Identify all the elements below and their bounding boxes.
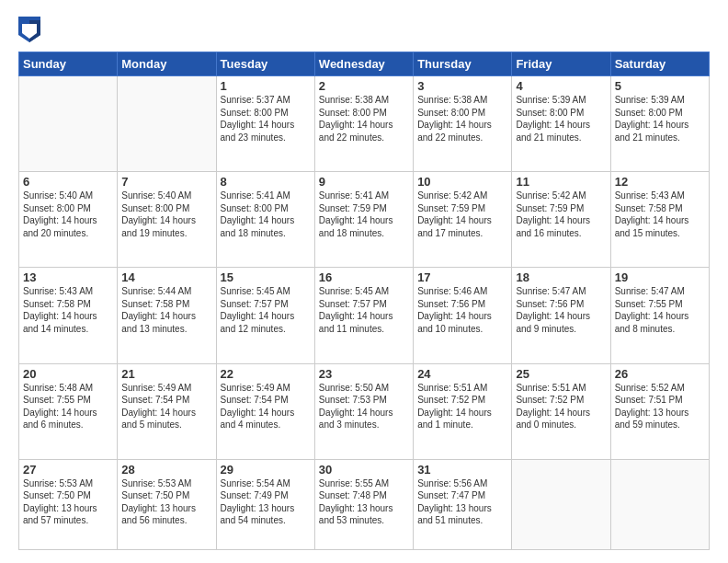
calendar-cell: 21Sunrise: 5:49 AM Sunset: 7:54 PM Dayli… <box>118 363 216 459</box>
weekday-header-monday: Monday <box>118 52 216 76</box>
calendar-week-row: 13Sunrise: 5:43 AM Sunset: 7:58 PM Dayli… <box>19 268 710 363</box>
logo <box>18 17 46 42</box>
day-number: 6 <box>23 175 113 189</box>
day-info: Sunrise: 5:44 AM Sunset: 7:58 PM Dayligh… <box>121 285 211 335</box>
weekday-header-saturday: Saturday <box>610 52 709 76</box>
day-number: 21 <box>121 367 211 381</box>
calendar-week-row: 1Sunrise: 5:37 AM Sunset: 8:00 PM Daylig… <box>19 76 710 172</box>
calendar-cell: 16Sunrise: 5:45 AM Sunset: 7:57 PM Dayli… <box>314 268 413 363</box>
calendar-cell: 23Sunrise: 5:50 AM Sunset: 7:53 PM Dayli… <box>314 363 413 459</box>
weekday-header-row: SundayMondayTuesdayWednesdayThursdayFrid… <box>19 52 710 76</box>
weekday-header-wednesday: Wednesday <box>314 52 413 76</box>
calendar-cell: 3Sunrise: 5:38 AM Sunset: 8:00 PM Daylig… <box>414 76 512 172</box>
day-info: Sunrise: 5:51 AM Sunset: 7:52 PM Dayligh… <box>417 382 507 431</box>
day-info: Sunrise: 5:47 AM Sunset: 7:55 PM Dayligh… <box>615 285 705 335</box>
calendar-cell: 28Sunrise: 5:53 AM Sunset: 7:50 PM Dayli… <box>118 459 216 549</box>
day-number: 27 <box>23 463 113 477</box>
calendar-cell: 14Sunrise: 5:44 AM Sunset: 7:58 PM Dayli… <box>118 268 216 363</box>
day-info: Sunrise: 5:50 AM Sunset: 7:53 PM Dayligh… <box>319 382 409 431</box>
calendar-cell: 18Sunrise: 5:47 AM Sunset: 7:56 PM Dayli… <box>512 268 610 363</box>
day-number: 1 <box>221 79 311 93</box>
day-number: 4 <box>516 79 606 93</box>
day-info: Sunrise: 5:41 AM Sunset: 8:00 PM Dayligh… <box>221 190 311 239</box>
calendar-week-row: 6Sunrise: 5:40 AM Sunset: 8:00 PM Daylig… <box>19 172 710 268</box>
day-info: Sunrise: 5:54 AM Sunset: 7:49 PM Dayligh… <box>221 477 311 527</box>
weekday-header-tuesday: Tuesday <box>216 52 314 76</box>
calendar-cell <box>512 459 610 549</box>
day-info: Sunrise: 5:40 AM Sunset: 8:00 PM Dayligh… <box>23 190 113 239</box>
day-number: 26 <box>615 367 705 381</box>
calendar-cell: 20Sunrise: 5:48 AM Sunset: 7:55 PM Dayli… <box>19 363 118 459</box>
day-info: Sunrise: 5:41 AM Sunset: 7:59 PM Dayligh… <box>319 190 409 239</box>
day-number: 3 <box>417 79 507 93</box>
day-info: Sunrise: 5:51 AM Sunset: 7:52 PM Dayligh… <box>516 382 606 431</box>
day-number: 23 <box>319 367 409 381</box>
calendar-cell <box>19 76 118 172</box>
day-info: Sunrise: 5:45 AM Sunset: 7:57 PM Dayligh… <box>319 285 409 335</box>
day-info: Sunrise: 5:46 AM Sunset: 7:56 PM Dayligh… <box>417 285 507 335</box>
day-number: 14 <box>121 270 211 284</box>
logo-icon <box>18 17 40 42</box>
calendar-cell: 1Sunrise: 5:37 AM Sunset: 8:00 PM Daylig… <box>216 76 314 172</box>
day-info: Sunrise: 5:49 AM Sunset: 7:54 PM Dayligh… <box>221 382 311 431</box>
header <box>18 17 710 42</box>
day-info: Sunrise: 5:49 AM Sunset: 7:54 PM Dayligh… <box>121 382 211 431</box>
calendar-cell: 27Sunrise: 5:53 AM Sunset: 7:50 PM Dayli… <box>19 459 118 549</box>
day-number: 11 <box>516 175 606 189</box>
page: SundayMondayTuesdayWednesdayThursdayFrid… <box>0 0 728 563</box>
calendar-cell: 8Sunrise: 5:41 AM Sunset: 8:00 PM Daylig… <box>216 172 314 268</box>
day-number: 30 <box>319 463 409 477</box>
day-number: 24 <box>417 367 507 381</box>
calendar-cell: 2Sunrise: 5:38 AM Sunset: 8:00 PM Daylig… <box>314 76 413 172</box>
calendar-cell: 13Sunrise: 5:43 AM Sunset: 7:58 PM Dayli… <box>19 268 118 363</box>
calendar-cell: 6Sunrise: 5:40 AM Sunset: 8:00 PM Daylig… <box>19 172 118 268</box>
day-info: Sunrise: 5:42 AM Sunset: 7:59 PM Dayligh… <box>417 190 507 239</box>
day-info: Sunrise: 5:42 AM Sunset: 7:59 PM Dayligh… <box>516 190 606 239</box>
day-number: 31 <box>417 463 507 477</box>
day-info: Sunrise: 5:56 AM Sunset: 7:47 PM Dayligh… <box>417 477 507 527</box>
weekday-header-thursday: Thursday <box>414 52 512 76</box>
calendar-cell: 11Sunrise: 5:42 AM Sunset: 7:59 PM Dayli… <box>512 172 610 268</box>
day-info: Sunrise: 5:52 AM Sunset: 7:51 PM Dayligh… <box>615 382 705 431</box>
day-number: 2 <box>319 79 409 93</box>
calendar-cell: 4Sunrise: 5:39 AM Sunset: 8:00 PM Daylig… <box>512 76 610 172</box>
day-number: 22 <box>221 367 311 381</box>
day-number: 13 <box>23 270 113 284</box>
day-number: 8 <box>221 175 311 189</box>
calendar-week-row: 20Sunrise: 5:48 AM Sunset: 7:55 PM Dayli… <box>19 363 710 459</box>
day-number: 10 <box>417 175 507 189</box>
day-info: Sunrise: 5:38 AM Sunset: 8:00 PM Dayligh… <box>417 94 507 144</box>
day-number: 7 <box>121 175 211 189</box>
day-number: 12 <box>615 175 705 189</box>
day-info: Sunrise: 5:37 AM Sunset: 8:00 PM Dayligh… <box>221 94 311 144</box>
calendar-cell: 24Sunrise: 5:51 AM Sunset: 7:52 PM Dayli… <box>414 363 512 459</box>
calendar-cell <box>610 459 709 549</box>
day-number: 18 <box>516 270 606 284</box>
day-number: 15 <box>221 270 311 284</box>
day-number: 28 <box>121 463 211 477</box>
day-info: Sunrise: 5:43 AM Sunset: 7:58 PM Dayligh… <box>23 285 113 335</box>
day-info: Sunrise: 5:48 AM Sunset: 7:55 PM Dayligh… <box>23 382 113 431</box>
day-info: Sunrise: 5:45 AM Sunset: 7:57 PM Dayligh… <box>221 285 311 335</box>
calendar-cell: 17Sunrise: 5:46 AM Sunset: 7:56 PM Dayli… <box>414 268 512 363</box>
day-info: Sunrise: 5:53 AM Sunset: 7:50 PM Dayligh… <box>121 477 211 527</box>
calendar-cell: 19Sunrise: 5:47 AM Sunset: 7:55 PM Dayli… <box>610 268 709 363</box>
day-info: Sunrise: 5:39 AM Sunset: 8:00 PM Dayligh… <box>516 94 606 144</box>
calendar-cell: 5Sunrise: 5:39 AM Sunset: 8:00 PM Daylig… <box>610 76 709 172</box>
calendar-cell: 31Sunrise: 5:56 AM Sunset: 7:47 PM Dayli… <box>414 459 512 549</box>
day-number: 25 <box>516 367 606 381</box>
day-info: Sunrise: 5:39 AM Sunset: 8:00 PM Dayligh… <box>615 94 705 144</box>
weekday-header-sunday: Sunday <box>19 52 118 76</box>
day-info: Sunrise: 5:43 AM Sunset: 7:58 PM Dayligh… <box>615 190 705 239</box>
calendar-cell <box>118 76 216 172</box>
calendar-cell: 26Sunrise: 5:52 AM Sunset: 7:51 PM Dayli… <box>610 363 709 459</box>
day-number: 9 <box>319 175 409 189</box>
calendar-table: SundayMondayTuesdayWednesdayThursdayFrid… <box>18 52 710 550</box>
calendar-cell: 12Sunrise: 5:43 AM Sunset: 7:58 PM Dayli… <box>610 172 709 268</box>
day-info: Sunrise: 5:47 AM Sunset: 7:56 PM Dayligh… <box>516 285 606 335</box>
day-number: 19 <box>615 270 705 284</box>
calendar-cell: 29Sunrise: 5:54 AM Sunset: 7:49 PM Dayli… <box>216 459 314 549</box>
calendar-cell: 30Sunrise: 5:55 AM Sunset: 7:48 PM Dayli… <box>314 459 413 549</box>
day-number: 29 <box>221 463 311 477</box>
calendar-cell: 10Sunrise: 5:42 AM Sunset: 7:59 PM Dayli… <box>414 172 512 268</box>
